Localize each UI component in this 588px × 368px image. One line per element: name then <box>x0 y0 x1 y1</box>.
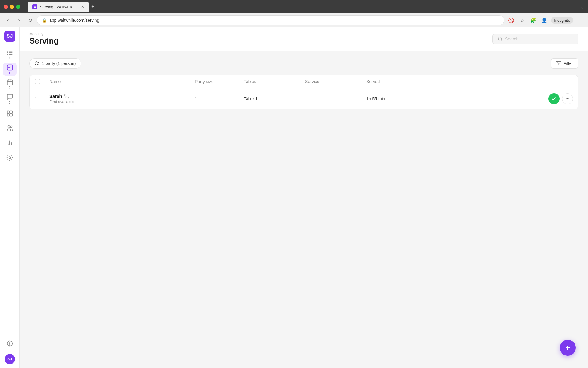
header-checkbox-cell <box>35 79 49 84</box>
sidebar-item-analytics[interactable] <box>3 136 17 150</box>
party-filter-badge[interactable]: 1 party (1 person) <box>29 58 81 69</box>
svg-rect-11 <box>7 111 9 113</box>
svg-point-3 <box>7 51 8 52</box>
calendar-icon <box>6 79 13 86</box>
header-served: Served <box>366 79 428 84</box>
back-button[interactable]: ‹ <box>4 16 12 25</box>
svg-point-16 <box>10 126 12 128</box>
analytics-icon <box>6 140 13 146</box>
search-box[interactable]: Search... <box>492 34 578 44</box>
content-area: 1 party (1 person) Filter Name Pa <box>20 51 588 368</box>
org-name: Moodjoy <box>29 32 58 36</box>
svg-point-22 <box>9 345 10 345</box>
nav-actions: 🚫 ☆ 🧩 👤 Incognito ⋮ <box>507 16 584 25</box>
table-header: Name Party size Tables Service Served <box>30 75 578 88</box>
svg-point-28 <box>567 98 568 99</box>
select-all-checkbox[interactable] <box>35 79 40 84</box>
complete-button[interactable] <box>548 93 560 104</box>
filter-button[interactable]: Filter <box>551 58 578 69</box>
minimize-dot[interactable] <box>10 5 14 9</box>
queue-icon <box>6 49 13 56</box>
svg-point-20 <box>9 157 11 159</box>
address-url: app.waitwhile.com/serving <box>49 18 99 23</box>
svg-point-23 <box>498 37 502 40</box>
help-icon <box>6 340 13 347</box>
sidebar-logo[interactable]: SJ <box>4 31 15 42</box>
serving-check-icon <box>6 64 13 71</box>
data-table: Name Party size Tables Service Served 1 … <box>29 75 578 109</box>
row-actions <box>428 93 573 104</box>
tab-title: Serving | Waitwhile <box>40 5 79 9</box>
queue-badge: 6 <box>9 57 11 60</box>
browser-menu-button[interactable]: ⌄ <box>580 4 584 10</box>
browser-chrome: W Serving | Waitwhile × + ⌄ ‹ › ↻ 🔒 <box>0 0 588 27</box>
header-tables: Tables <box>244 79 305 84</box>
serving-badge: 1 <box>9 71 11 75</box>
row-num-cell: 1 <box>35 96 49 102</box>
widgets-icon <box>6 110 13 117</box>
header-left: Moodjoy Serving <box>29 32 58 46</box>
row-number: 1 <box>35 96 37 101</box>
fab-add-button[interactable]: + <box>560 340 576 356</box>
profile-icon[interactable]: 👤 <box>540 16 548 25</box>
messages-icon <box>6 94 13 100</box>
svg-point-5 <box>7 54 8 55</box>
team-icon <box>6 125 13 132</box>
ssl-lock-icon: 🔒 <box>42 18 47 23</box>
svg-point-29 <box>568 98 569 99</box>
served-cell: 1h 55 min <box>366 96 428 101</box>
svg-point-25 <box>36 62 37 63</box>
incognito-label: Incognito <box>551 17 573 24</box>
filter-icon <box>556 61 561 66</box>
maximize-dot[interactable] <box>16 5 20 9</box>
search-placeholder: Search... <box>505 36 522 41</box>
address-bar[interactable]: 🔒 app.waitwhile.com/serving <box>37 15 504 25</box>
sidebar-item-queue[interactable]: 6 <box>3 48 17 61</box>
guest-cell: Sarah First available <box>49 94 195 104</box>
people-icon <box>35 61 40 66</box>
svg-point-15 <box>8 126 10 128</box>
sidebar-item-widgets[interactable] <box>3 107 17 120</box>
filter-label: Filter <box>564 61 573 66</box>
more-options-button[interactable] <box>562 93 573 104</box>
svg-rect-12 <box>10 111 12 113</box>
sidebar-item-calendar[interactable]: 0 <box>3 77 17 91</box>
svg-point-27 <box>566 98 567 99</box>
bookmark-icon[interactable]: ☆ <box>518 16 526 25</box>
active-tab[interactable]: W Serving | Waitwhile × <box>28 2 89 12</box>
header-name: Name <box>49 79 195 84</box>
window-controls <box>4 5 20 9</box>
party-badge-label: 1 party (1 person) <box>42 61 76 66</box>
extension-icon[interactable]: 🧩 <box>529 16 537 25</box>
sidebar-item-messages[interactable]: 0 <box>3 92 17 105</box>
checkmark-icon <box>551 96 557 102</box>
ellipsis-icon <box>565 96 570 101</box>
top-header: Moodjoy Serving Search... <box>20 27 588 51</box>
phone-icon <box>64 94 69 99</box>
page-title: Serving <box>29 36 58 46</box>
sidebar-item-team[interactable] <box>3 121 17 135</box>
svg-line-24 <box>501 40 502 41</box>
forward-button[interactable]: › <box>15 16 23 25</box>
no-camera-icon[interactable]: 🚫 <box>507 16 515 25</box>
content-toolbar: 1 party (1 person) Filter <box>29 58 578 69</box>
header-service: Service <box>305 79 366 84</box>
sidebar-item-help[interactable] <box>3 337 17 350</box>
sidebar: SJ 6 1 0 <box>0 27 20 368</box>
svg-marker-26 <box>556 62 560 65</box>
search-icon <box>498 36 503 41</box>
user-avatar[interactable]: SJ <box>5 354 15 364</box>
guest-sub: First available <box>49 99 195 104</box>
browser-menu-dots[interactable]: ⋮ <box>576 16 584 25</box>
service-cell: – <box>305 96 366 101</box>
close-dot[interactable] <box>4 5 8 9</box>
new-tab-button[interactable]: + <box>91 4 95 10</box>
sidebar-bottom: SJ <box>3 337 17 364</box>
svg-rect-7 <box>7 80 12 85</box>
sidebar-item-settings[interactable] <box>3 151 17 164</box>
messages-badge: 0 <box>9 101 11 104</box>
tab-close-button[interactable]: × <box>81 4 84 9</box>
sidebar-item-serving[interactable]: 1 <box>3 63 17 76</box>
reload-button[interactable]: ↻ <box>26 16 34 25</box>
svg-point-4 <box>7 52 8 53</box>
